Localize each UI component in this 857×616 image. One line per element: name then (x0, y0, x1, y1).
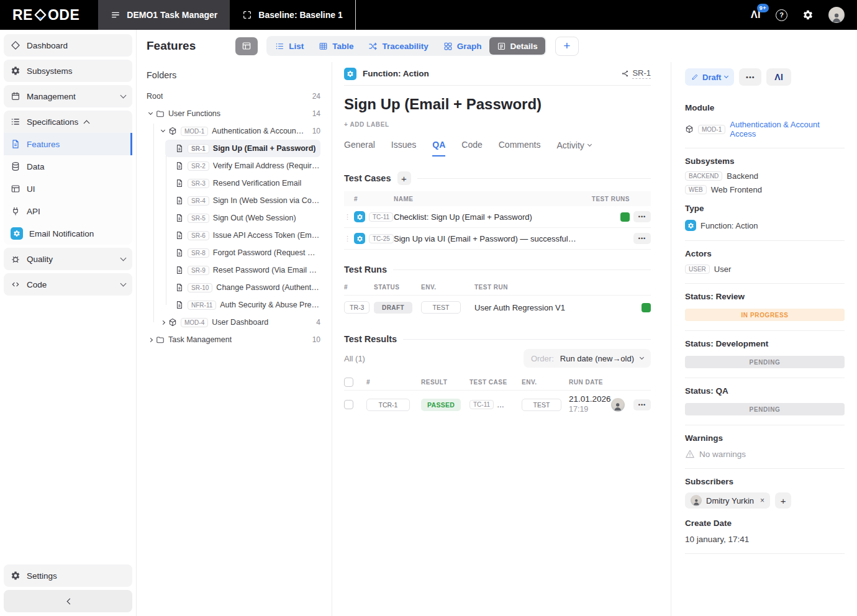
help-button[interactable]: ? (776, 9, 787, 21)
drag-handle[interactable]: ⋮ (344, 213, 354, 221)
app-logo[interactable]: RE ODE (0, 7, 79, 24)
add-view-button[interactable]: + (555, 37, 579, 56)
item-id-badge: SR-8 (188, 248, 209, 258)
test-case-name[interactable]: Checklist: Sign Up (Email + Password) (394, 212, 581, 222)
chevron-down-icon[interactable] (148, 111, 153, 115)
test-run-row[interactable]: TR-3 DRAFT TEST User Auth Regression V1 (344, 296, 651, 319)
remove-subscriber-button[interactable]: × (758, 496, 764, 505)
toggle-folders-panel-button[interactable] (235, 37, 258, 55)
chevron-right-icon[interactable] (148, 337, 153, 342)
test-run-name[interactable]: User Auth Regression V1 (474, 303, 638, 312)
type-row: Function: Action (685, 220, 845, 231)
sidebar-item-settings[interactable]: Settings (4, 564, 132, 587)
bug-icon (11, 254, 20, 264)
tab-list[interactable]: List (268, 37, 311, 55)
tree-item-mod-1[interactable]: MOD-1 Authentication & Account Acce… 10 (147, 122, 320, 140)
col-test-run: TEST RUN (474, 284, 638, 291)
more-actions-button[interactable]: ••• (739, 68, 761, 86)
sidebar-item-subsystems[interactable]: Subsystems (4, 60, 132, 82)
tree-item-sr-6[interactable]: SR-6 Issue API Access Token (Email + P… (147, 227, 320, 244)
add-subscriber-button[interactable]: + (775, 492, 791, 509)
tree-item-nfr-11[interactable]: NFR-11 Auth Security & Abuse Preventio… (147, 296, 320, 314)
module-link[interactable]: Authentication & Account Access (730, 120, 845, 138)
sidebar-item-label: Quality (27, 255, 53, 264)
settings-gear-icon[interactable] (802, 9, 814, 20)
detail-tabs: General Issues QA Code Comments Activity (344, 140, 651, 156)
tab-code[interactable]: Code (461, 140, 482, 156)
item-id-badge: MOD-1 (181, 127, 208, 136)
section-title: Test Runs (344, 265, 387, 274)
detail-ref[interactable]: SR-1 (621, 68, 651, 79)
tab-issues[interactable]: Issues (391, 140, 416, 156)
tree-item-sr-9[interactable]: SR-9 Reset Password (Via Email Link) (147, 261, 320, 279)
folder-icon (156, 335, 165, 344)
chevron-down-icon (640, 355, 644, 360)
divider (685, 425, 845, 425)
tree-item-user-functions[interactable]: User Functions 14 (147, 105, 320, 122)
tab-table[interactable]: Table (311, 37, 361, 55)
chevron-right-icon[interactable] (161, 320, 165, 324)
ai-button[interactable]: ΛI (766, 68, 791, 86)
tree-item-sr-1-selected[interactable]: SR-1 Sign Up (Email + Password) (165, 140, 320, 157)
results-filter-label[interactable]: All (1) (344, 354, 365, 363)
tab-activity[interactable]: Activity (556, 140, 591, 156)
tree-item-task-management[interactable]: Task Management 10 (147, 331, 320, 348)
sidebar-item-management[interactable]: Management (4, 85, 132, 107)
sidebar-item-email-notification[interactable]: Email Notification (4, 222, 132, 245)
tree-item-root[interactable]: Root 24 (147, 88, 320, 105)
tab-general[interactable]: General (344, 140, 375, 156)
tree-item-mod-4[interactable]: MOD-4 User Dashboard 4 (147, 314, 320, 331)
row-checkbox[interactable] (344, 400, 353, 409)
order-dropdown[interactable]: Order: Run date (new→old) (524, 349, 651, 368)
sidebar-item-ui[interactable]: UI (4, 178, 132, 200)
tree-item-sr-4[interactable]: SR-4 Sign In (Web Session via Cookie) (147, 192, 320, 209)
tree-item-sr-5[interactable]: SR-5 Sign Out (Web Session) (147, 209, 320, 227)
page-header: Features List Table Traceability Graph (137, 30, 857, 62)
add-label-button[interactable]: + ADD LABEL (344, 121, 651, 128)
sidebar-item-api[interactable]: API (4, 200, 132, 222)
divider (393, 270, 651, 270)
add-test-case-button[interactable]: + (397, 171, 411, 185)
sidebar-item-specifications[interactable]: Specifications (4, 111, 132, 133)
sidebar-item-data[interactable]: Data (4, 155, 132, 178)
chevron-down-icon[interactable] (161, 128, 165, 132)
tree-item-sr-3[interactable]: SR-3 Resend Verification Email (147, 174, 320, 192)
tab-label: List (289, 42, 304, 51)
subscriber-chip[interactable]: Dmitry Yurkin × (685, 492, 770, 509)
ai-assistant-button[interactable]: ΛI 9+ (751, 9, 761, 20)
test-result-row[interactable]: TCR-1 PASSED TC-11 … TEST 21.01.2026 17:… (344, 390, 651, 419)
tab-traceability[interactable]: Traceability (361, 37, 435, 55)
tab-qa[interactable]: QA (432, 140, 445, 156)
sidebar-collapse-button[interactable] (4, 590, 132, 612)
status-dropdown-button[interactable]: Draft (685, 68, 734, 86)
item-label: Root (147, 92, 163, 101)
tab-details[interactable]: Details (489, 37, 545, 55)
result-run-date: 21.01.2026 (569, 394, 611, 405)
tree-item-sr-10[interactable]: SR-10 Change Password (Authenticated… (147, 279, 320, 296)
order-label: Order: (531, 354, 554, 363)
test-case-name[interactable]: Sign Up via UI (Email + Password) — succ… (394, 234, 581, 243)
result-passed-badge: PASSED (421, 399, 461, 411)
actor-name: User (714, 265, 731, 274)
create-date-label: Create Date (685, 519, 845, 528)
sidebar-item-code[interactable]: Code (4, 273, 132, 296)
test-case-row[interactable]: ⋮ TC-25 Sign Up via UI (Email + Password… (344, 228, 651, 250)
drag-handle[interactable]: ⋮ (344, 235, 354, 243)
tab-comments[interactable]: Comments (499, 140, 541, 156)
project-tab[interactable]: DEMO1 Task Manager (98, 0, 230, 30)
sidebar-item-features[interactable]: Features (4, 133, 132, 155)
runner-avatar[interactable] (611, 398, 625, 412)
tab-graph[interactable]: Graph (436, 37, 489, 55)
tree-item-sr-8[interactable]: SR-8 Forgot Password (Request Reset E… (147, 244, 320, 261)
test-case-row[interactable]: ⋮ TC-11 Checklist: Sign Up (Email + Pass… (344, 206, 651, 228)
user-avatar[interactable] (828, 7, 845, 23)
baseline-tab[interactable]: Baseline: Baseline 1 (230, 0, 355, 30)
test-case-id-badge: TC-11 (369, 212, 393, 222)
select-all-checkbox[interactable] (344, 378, 353, 387)
row-menu-button[interactable]: ••• (633, 211, 651, 222)
row-menu-button[interactable]: ••• (633, 233, 651, 244)
tree-item-sr-2[interactable]: SR-2 Verify Email Address (Required Be… (147, 157, 320, 174)
row-menu-button[interactable]: ••• (633, 399, 651, 410)
sidebar-item-quality[interactable]: Quality (4, 248, 132, 270)
sidebar-item-dashboard[interactable]: Dashboard (4, 34, 132, 57)
